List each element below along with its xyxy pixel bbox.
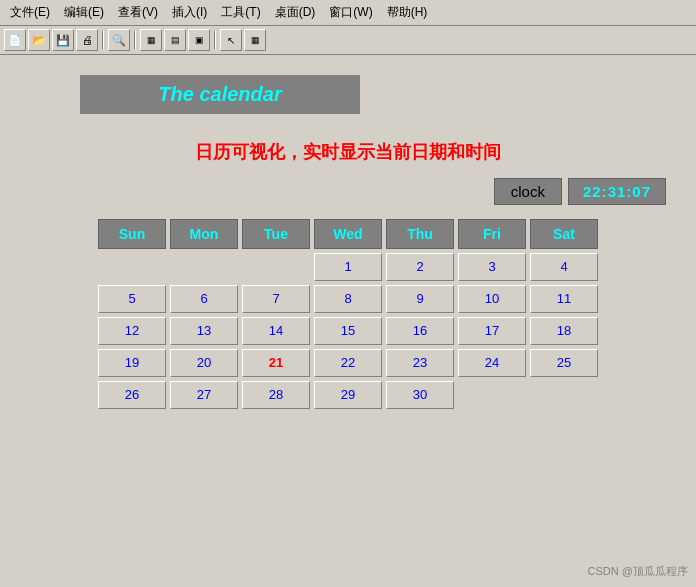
open-button[interactable]: 📂 <box>28 29 50 51</box>
toolbar-sep-1 <box>102 31 104 49</box>
main-content: The calendar 日历可视化，实时显示当前日期和时间 clock 22:… <box>0 55 696 419</box>
preview-button[interactable]: 🔍 <box>108 29 130 51</box>
calendar-cell-empty-0-2 <box>242 253 310 281</box>
menu-insert[interactable]: 插入(I) <box>166 2 213 23</box>
calendar-cell-2[interactable]: 2 <box>386 253 454 281</box>
calendar-cell-10[interactable]: 10 <box>458 285 526 313</box>
calendar-cell-empty-4-5 <box>458 381 526 409</box>
calendar-cell-4[interactable]: 4 <box>530 253 598 281</box>
menu-file[interactable]: 文件(E) <box>4 2 56 23</box>
calendar-cell-18[interactable]: 18 <box>530 317 598 345</box>
clock-label: clock <box>494 178 562 205</box>
calendar-cell-16[interactable]: 16 <box>386 317 454 345</box>
layout2-button[interactable]: ▤ <box>164 29 186 51</box>
calendar-cell-empty-0-0 <box>98 253 166 281</box>
clock-row: clock 22:31:07 <box>20 178 676 205</box>
calendar-cell-8[interactable]: 8 <box>314 285 382 313</box>
extra-button[interactable]: ▦ <box>244 29 266 51</box>
calendar-cell-5[interactable]: 5 <box>98 285 166 313</box>
calendar-cell-11[interactable]: 11 <box>530 285 598 313</box>
layout3-button[interactable]: ▣ <box>188 29 210 51</box>
menu-edit[interactable]: 编辑(E) <box>58 2 110 23</box>
subtitle: 日历可视化，实时显示当前日期和时间 <box>20 140 676 164</box>
new-button[interactable]: 📄 <box>4 29 26 51</box>
calendar-cell-13[interactable]: 13 <box>170 317 238 345</box>
calendar-cell-17[interactable]: 17 <box>458 317 526 345</box>
save-button[interactable]: 💾 <box>52 29 74 51</box>
header-sat: Sat <box>530 219 598 249</box>
calendar-cell-21[interactable]: 21 <box>242 349 310 377</box>
calendar-cell-1[interactable]: 1 <box>314 253 382 281</box>
calendar-cell-9[interactable]: 9 <box>386 285 454 313</box>
calendar-cell-30[interactable]: 30 <box>386 381 454 409</box>
clock-display: 22:31:07 <box>568 178 666 205</box>
calendar-cell-14[interactable]: 14 <box>242 317 310 345</box>
toolbar: 📄 📂 💾 🖨 🔍 ▦ ▤ ▣ ↖ ▦ <box>0 26 696 55</box>
print-button[interactable]: 🖨 <box>76 29 98 51</box>
layout1-button[interactable]: ▦ <box>140 29 162 51</box>
calendar-cell-22[interactable]: 22 <box>314 349 382 377</box>
calendar-cell-6[interactable]: 6 <box>170 285 238 313</box>
calendar-grid: Sun Mon Tue Wed Thu Fri Sat 123456789101… <box>40 219 656 409</box>
calendar-cell-24[interactable]: 24 <box>458 349 526 377</box>
header-wed: Wed <box>314 219 382 249</box>
watermark: CSDN @顶瓜瓜程序 <box>588 564 688 579</box>
calendar-cell-20[interactable]: 20 <box>170 349 238 377</box>
calendar-cell-29[interactable]: 29 <box>314 381 382 409</box>
menubar: 文件(E) 编辑(E) 查看(V) 插入(I) 工具(T) 桌面(D) 窗口(W… <box>0 0 696 26</box>
menu-desktop[interactable]: 桌面(D) <box>269 2 322 23</box>
menu-tools[interactable]: 工具(T) <box>215 2 266 23</box>
calendar-cell-28[interactable]: 28 <box>242 381 310 409</box>
menu-view[interactable]: 查看(V) <box>112 2 164 23</box>
calendar-cell-empty-0-1 <box>170 253 238 281</box>
cursor-button[interactable]: ↖ <box>220 29 242 51</box>
title-box: The calendar <box>80 75 360 114</box>
menu-help[interactable]: 帮助(H) <box>381 2 434 23</box>
calendar-cell-12[interactable]: 12 <box>98 317 166 345</box>
calendar-cell-19[interactable]: 19 <box>98 349 166 377</box>
calendar-cell-15[interactable]: 15 <box>314 317 382 345</box>
header-mon: Mon <box>170 219 238 249</box>
page-title: The calendar <box>158 83 281 106</box>
calendar-cell-3[interactable]: 3 <box>458 253 526 281</box>
header-sun: Sun <box>98 219 166 249</box>
calendar-cell-7[interactable]: 7 <box>242 285 310 313</box>
calendar-cell-23[interactable]: 23 <box>386 349 454 377</box>
header-thu: Thu <box>386 219 454 249</box>
calendar-cell-26[interactable]: 26 <box>98 381 166 409</box>
calendar-cell-25[interactable]: 25 <box>530 349 598 377</box>
toolbar-sep-2 <box>134 31 136 49</box>
calendar-cell-27[interactable]: 27 <box>170 381 238 409</box>
header-tue: Tue <box>242 219 310 249</box>
calendar-cell-empty-4-6 <box>530 381 598 409</box>
calendar-container: Sun Mon Tue Wed Thu Fri Sat 123456789101… <box>20 219 676 409</box>
header-fri: Fri <box>458 219 526 249</box>
menu-window[interactable]: 窗口(W) <box>323 2 378 23</box>
toolbar-sep-3 <box>214 31 216 49</box>
